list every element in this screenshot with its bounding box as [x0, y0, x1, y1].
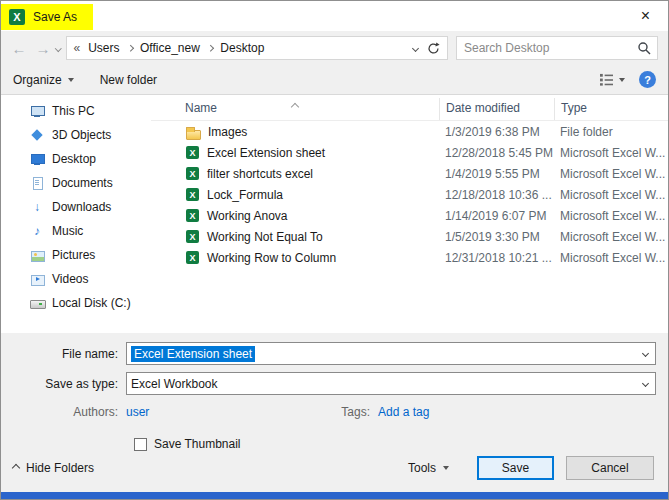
- sidebar-item[interactable]: Videos: [1, 267, 151, 291]
- close-button[interactable]: ×: [623, 1, 668, 31]
- sidebar-item[interactable]: Pictures: [1, 243, 151, 267]
- sidebar-item[interactable]: 3D Objects: [1, 123, 151, 147]
- file-row[interactable]: Working Not Equal To 1/5/2019 3:30 PM Mi…: [151, 226, 668, 247]
- chevron-down-icon: [68, 78, 74, 82]
- tags-label: Tags:: [306, 405, 378, 419]
- close-icon: ×: [641, 7, 650, 25]
- breadcrumb-separator-icon: [207, 45, 213, 51]
- search-input[interactable]: [457, 41, 635, 55]
- add-a-tag-link[interactable]: Add a tag: [378, 405, 429, 419]
- breadcrumb-item[interactable]: Desktop: [220, 41, 264, 55]
- new-folder-button[interactable]: New folder: [100, 73, 157, 87]
- excel-app-icon: [8, 8, 26, 26]
- new-folder-label: New folder: [100, 73, 157, 87]
- main-area: This PC 3D Objects Desktop Documents Dow…: [1, 95, 668, 333]
- breadcrumb-overflow[interactable]: «: [74, 41, 81, 55]
- save-as-type-value: Excel Workbook: [131, 377, 217, 391]
- save-thumbnail-checkbox[interactable]: [134, 438, 147, 451]
- chevron-up-icon: [12, 464, 20, 472]
- title-highlight: Save As: [1, 4, 93, 30]
- file-name: filter shortcuts excel: [207, 167, 313, 181]
- breadcrumb-separator-icon: [127, 45, 133, 51]
- column-header-date-modified[interactable]: Date modified: [439, 98, 554, 120]
- sidebar-item-label: Desktop: [52, 152, 96, 166]
- breadcrumb-items: UsersOffice_newDesktop: [88, 41, 264, 55]
- file-name-input[interactable]: Excel Extension sheet: [126, 342, 656, 365]
- computer-icon: [29, 103, 45, 119]
- file-row[interactable]: Working Anova 1/14/2019 6:07 PM Microsof…: [151, 205, 668, 226]
- sidebar-item-label: Videos: [52, 272, 88, 286]
- sidebar-item-label: 3D Objects: [52, 128, 111, 142]
- file-date-modified: 1/3/2019 6:38 PM: [439, 125, 554, 139]
- breadcrumb-item[interactable]: Users: [88, 41, 119, 55]
- sidebar-item[interactable]: Local Disk (C:): [1, 291, 151, 315]
- help-icon[interactable]: ?: [639, 71, 656, 88]
- excel-file-icon: [185, 250, 200, 265]
- chevron-down-icon: [619, 78, 625, 82]
- back-icon[interactable]: ←: [7, 36, 31, 60]
- sidebar: This PC 3D Objects Desktop Documents Dow…: [1, 95, 151, 333]
- sidebar-item-label: Music: [52, 224, 83, 238]
- breadcrumb-item[interactable]: Office_new: [140, 41, 200, 55]
- file-date-modified: 1/4/2019 5:55 PM: [439, 167, 554, 181]
- window-title: Save As: [33, 10, 77, 24]
- file-type: Microsoft Excel W...: [554, 146, 668, 160]
- sidebar-item-label: Documents: [52, 176, 113, 190]
- save-button[interactable]: Save: [477, 456, 554, 480]
- hide-folders-button[interactable]: Hide Folders: [13, 461, 94, 475]
- sidebar-item[interactable]: Desktop: [1, 147, 151, 171]
- sidebar-item[interactable]: Downloads: [1, 195, 151, 219]
- chevron-down-icon[interactable]: [635, 373, 655, 394]
- file-date-modified: 12/31/2018 10:21 ...: [439, 251, 554, 265]
- file-row[interactable]: Excel Extension sheet 12/28/2018 5:45 PM…: [151, 142, 668, 163]
- chevron-down-icon[interactable]: [635, 343, 655, 364]
- titlebar: Save As ×: [1, 1, 668, 31]
- excel-file-icon: [185, 229, 200, 244]
- column-header-name[interactable]: Name: [151, 101, 439, 120]
- organize-label: Organize: [13, 73, 62, 87]
- excel-file-icon: [185, 208, 200, 223]
- sidebar-item-label: Local Disk (C:): [52, 296, 131, 310]
- address-bar[interactable]: « UsersOffice_newDesktop: [66, 36, 449, 60]
- column-header-type[interactable]: Type: [554, 98, 668, 120]
- forward-icon[interactable]: →: [31, 36, 55, 60]
- address-dropdown-icon[interactable]: [412, 44, 419, 51]
- excel-file-icon: [185, 145, 200, 160]
- search-icon[interactable]: [635, 41, 657, 55]
- excel-file-icon: [185, 166, 200, 181]
- sidebar-item[interactable]: Music: [1, 219, 151, 243]
- sidebar-item-label: This PC: [52, 104, 95, 118]
- music-icon: [29, 223, 45, 239]
- file-type: Microsoft Excel W...: [554, 230, 668, 244]
- cancel-button[interactable]: Cancel: [566, 456, 654, 480]
- sidebar-item[interactable]: This PC: [1, 99, 151, 123]
- change-view-button[interactable]: [599, 73, 625, 86]
- file-date-modified: 1/14/2019 6:07 PM: [439, 209, 554, 223]
- file-row[interactable]: Lock_Formula 12/18/2018 10:36 ... Micros…: [151, 184, 668, 205]
- history-chevron-icon[interactable]: [55, 45, 61, 51]
- bottom-bar: Hide Folders Tools Save Cancel: [1, 452, 668, 492]
- pictures-icon: [29, 247, 45, 263]
- file-list-rows: Images 1/3/2019 6:38 PM File folder Exce…: [151, 121, 668, 268]
- disk-icon: [29, 295, 45, 311]
- folder-icon: [185, 124, 201, 140]
- file-row[interactable]: Working Row to Column 12/31/2018 10:21 .…: [151, 247, 668, 268]
- file-name-value: Excel Extension sheet: [131, 346, 255, 362]
- file-row[interactable]: Images 1/3/2019 6:38 PM File folder: [151, 121, 668, 142]
- file-name-label: File name:: [1, 347, 126, 361]
- save-as-dialog: Save As × ← → « UsersOffice_newDesktop: [0, 0, 669, 500]
- save-as-type-select[interactable]: Excel Workbook: [126, 372, 656, 395]
- refresh-icon[interactable]: [427, 42, 440, 55]
- file-row[interactable]: filter shortcuts excel 1/4/2019 5:55 PM …: [151, 163, 668, 184]
- save-options: File name: Excel Extension sheet Save as…: [1, 333, 668, 492]
- file-type: File folder: [554, 125, 668, 139]
- file-name: Working Not Equal To: [207, 230, 323, 244]
- column-headers: Name Date modified Type: [151, 95, 668, 121]
- tools-button[interactable]: Tools: [408, 461, 449, 475]
- save-thumbnail-label: Save Thumbnail: [154, 437, 241, 451]
- navigation-bar: ← → « UsersOffice_newDesktop: [1, 31, 668, 65]
- file-name: Excel Extension sheet: [207, 146, 325, 160]
- organize-button[interactable]: Organize: [13, 73, 74, 87]
- sidebar-item[interactable]: Documents: [1, 171, 151, 195]
- authors-value[interactable]: user: [126, 405, 149, 419]
